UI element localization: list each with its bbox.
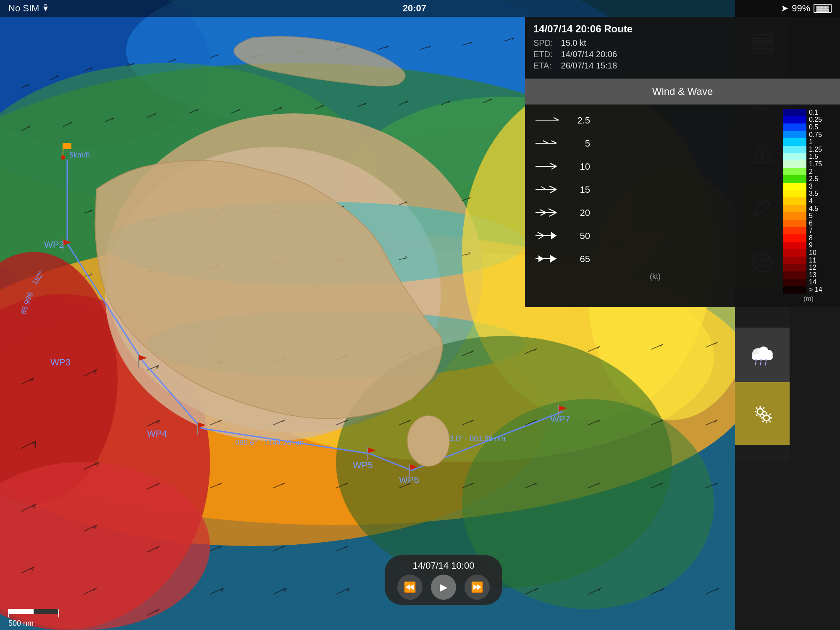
- scale-label-2: 0.5: [806, 123, 818, 131]
- scale-row-0: 0.1: [783, 109, 834, 116]
- svg-text:073.0° - 881.98 nm: 073.0° - 881.98 nm: [441, 434, 505, 443]
- svg-marker-362: [538, 255, 544, 262]
- svg-text:WP6: WP6: [399, 475, 419, 485]
- scale-color-16: [783, 227, 806, 235]
- wind-row-10: 10: [531, 155, 779, 178]
- wind-wave-button[interactable]: Wind & Wave: [525, 79, 840, 105]
- wind-speed-10: 10: [569, 161, 590, 172]
- svg-line-320: [765, 362, 766, 365]
- scale-row-3: 0.75: [783, 131, 834, 139]
- scale-row-24: > 14: [783, 286, 834, 294]
- scale-color-0: [783, 109, 806, 116]
- scale-row-1: 0.25: [783, 116, 834, 124]
- route-etd: ETD: 14/07/14 20:06: [533, 50, 832, 59]
- svg-text:099.6° - 1144.26 nm: 099.6° - 1144.26 nm: [235, 438, 304, 447]
- scale-label-17: 8: [806, 234, 813, 242]
- scale-color-24: [783, 286, 806, 294]
- play-button[interactable]: ▶: [431, 575, 456, 600]
- svg-marker-361: [550, 255, 556, 262]
- route-eta: ETA: 26/07/14 15:18: [533, 61, 832, 71]
- scale-row-15: 6: [783, 220, 834, 227]
- scale-row-20: 11: [783, 257, 834, 264]
- scale-label-14: 5: [806, 212, 813, 220]
- wind-legend: 2.5 5: [525, 105, 840, 307]
- scale-label-19: 10: [806, 249, 816, 257]
- scale-row-5: 1.25: [783, 146, 834, 153]
- svg-line-316: [755, 362, 756, 365]
- svg-line-348: [549, 186, 556, 189]
- wind-arrow-65: [531, 254, 565, 264]
- wind-speed-20: 20: [569, 207, 590, 218]
- scale-color-19: [783, 249, 806, 257]
- scale-row-21: 12: [783, 264, 834, 271]
- scale-label-16: 7: [806, 227, 813, 234]
- scale-label-23: 14: [806, 278, 816, 286]
- svg-point-315: [755, 359, 757, 361]
- time-buttons: ⏪ ▶ ⏩: [397, 575, 490, 600]
- scale-color-11: [783, 190, 806, 198]
- svg-line-338: [762, 421, 764, 422]
- status-left: No SIM ▾̃: [8, 3, 48, 14]
- scale-color-9: [783, 175, 806, 183]
- svg-text:5km/h: 5km/h: [69, 151, 90, 159]
- wind-row-15: 15: [531, 178, 779, 201]
- svg-line-345: [550, 163, 556, 166]
- svg-line-328: [763, 407, 764, 409]
- scale-row-8: 2: [783, 168, 834, 176]
- scale-color-5: [783, 146, 806, 153]
- rewind-button[interactable]: ⏪: [397, 575, 423, 600]
- svg-rect-255: [63, 143, 71, 149]
- svg-line-326: [756, 407, 757, 409]
- scale-label-4: 1: [806, 138, 813, 146]
- scale-row-22: 13: [783, 271, 834, 279]
- scale-color-13: [783, 205, 806, 213]
- scale-label-13: 4.5: [806, 205, 818, 213]
- scale-color-23: [783, 279, 806, 286]
- scale-color-1: [783, 116, 806, 124]
- scale-color-8: [783, 168, 806, 176]
- svg-point-317: [760, 359, 762, 361]
- scale-row-7: 1.75: [783, 160, 834, 168]
- color-scale: 0.10.250.50.7511.251.51.7522.533.544.556…: [783, 109, 834, 303]
- settings-button[interactable]: [735, 382, 790, 445]
- scale-color-22: [783, 271, 806, 279]
- scale-color-21: [783, 264, 806, 271]
- wind-row-20: 20: [531, 201, 779, 224]
- scale-row-6: 1.5: [783, 153, 834, 161]
- svg-text:WP7: WP7: [550, 414, 570, 424]
- svg-text:WP3: WP3: [50, 357, 71, 368]
- svg-point-319: [765, 359, 767, 361]
- wind-row-5: 5: [531, 132, 779, 155]
- route-spd: SPD: 15.0 kt: [533, 38, 832, 48]
- svg-line-358: [538, 232, 544, 236]
- scale-label-11: 3.5: [806, 190, 818, 197]
- scale-label-10: 3: [806, 183, 813, 190]
- scale-row-23: 14: [783, 279, 834, 286]
- forward-button[interactable]: ⏩: [465, 575, 490, 600]
- scale-row-18: 9: [783, 242, 834, 249]
- scale-label-5: 1.25: [806, 146, 822, 153]
- battery-icon: ▓▓▓: [814, 4, 832, 13]
- scale-color-2: [783, 123, 806, 131]
- scale-color-7: [783, 160, 806, 168]
- scale-label-9: 2.5: [806, 175, 818, 183]
- svg-point-330: [764, 415, 769, 421]
- wind-unit: (kt): [531, 270, 779, 283]
- svg-text:WP2: WP2: [44, 239, 64, 250]
- scale-row-11: 3.5: [783, 190, 834, 198]
- scale-row-16: 7: [783, 227, 834, 235]
- battery-percent: 99%: [792, 3, 810, 14]
- wind-arrow-50: [531, 231, 565, 241]
- scale-row-17: 8: [783, 234, 834, 242]
- scale-color-10: [783, 183, 806, 190]
- svg-line-355: [541, 213, 546, 215]
- info-panel: 14/07/14 20:06 Route SPD: 15.0 kt ETD: 1…: [525, 17, 840, 307]
- scale-row-12: 4: [783, 197, 834, 205]
- svg-text:WP4: WP4: [147, 428, 167, 439]
- weather-button[interactable]: [735, 328, 790, 382]
- svg-text:500 nm: 500 nm: [8, 619, 34, 627]
- scale-color-4: [783, 138, 806, 146]
- scale-row-13: 4.5: [783, 205, 834, 213]
- svg-line-168: [35, 441, 36, 448]
- scale-row-2: 0.5: [783, 123, 834, 131]
